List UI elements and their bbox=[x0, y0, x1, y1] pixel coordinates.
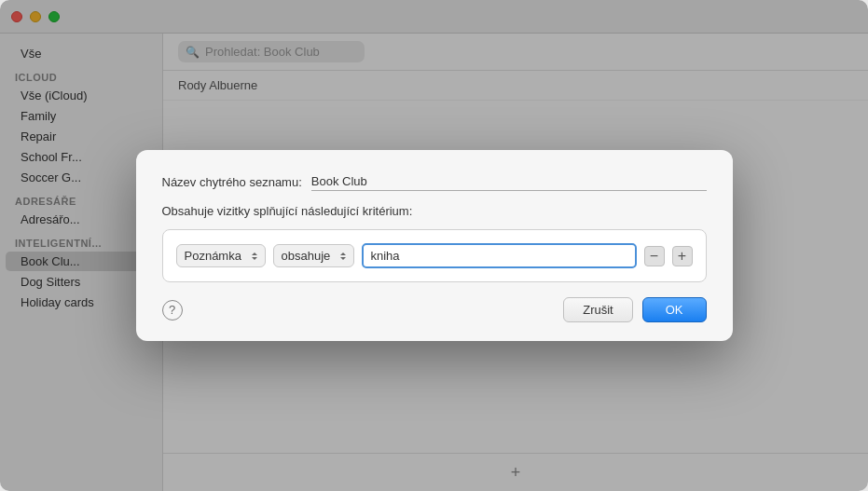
modal-name-row: Název chytrého seznamu: bbox=[162, 172, 707, 191]
smart-list-modal: Název chytrého seznamu: Obsahuje vizitky… bbox=[136, 150, 733, 341]
app-window: Vše iCloud Vše (iCloud) Family Repair Sc… bbox=[0, 0, 868, 491]
help-button[interactable]: ? bbox=[162, 300, 183, 321]
criteria-box: Poznámka obsahuje − + bbox=[162, 229, 707, 282]
modal-footer: ? Zrušit OK bbox=[162, 297, 707, 322]
modal-name-label: Název chytrého seznamu: bbox=[162, 175, 302, 189]
ok-button[interactable]: OK bbox=[642, 297, 707, 322]
modal-name-input[interactable] bbox=[311, 172, 707, 191]
operator-select[interactable]: obsahuje bbox=[273, 244, 354, 267]
add-criteria-button[interactable]: + bbox=[672, 246, 693, 266]
criteria-label: Obsahuje vizitky splňující následující k… bbox=[162, 204, 707, 218]
footer-buttons: Zrušit OK bbox=[563, 297, 706, 322]
criteria-row: Poznámka obsahuje − + bbox=[176, 243, 693, 268]
modal-overlay: Název chytrého seznamu: Obsahuje vizitky… bbox=[0, 0, 868, 491]
search-value-input[interactable] bbox=[362, 243, 637, 268]
cancel-button[interactable]: Zrušit bbox=[563, 297, 633, 322]
field-select[interactable]: Poznámka bbox=[176, 244, 266, 267]
remove-criteria-button[interactable]: − bbox=[644, 246, 665, 266]
